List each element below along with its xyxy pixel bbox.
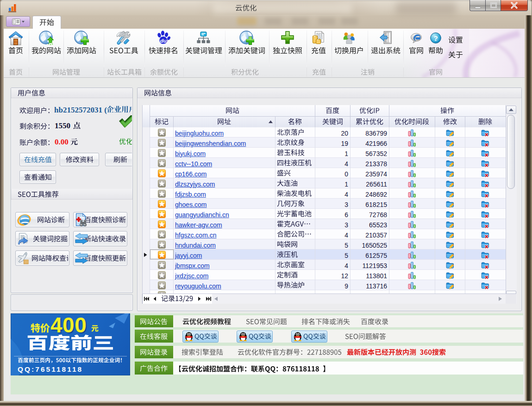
svg-text:?: ? [433,34,438,42]
svg-text:du: du [160,38,167,44]
